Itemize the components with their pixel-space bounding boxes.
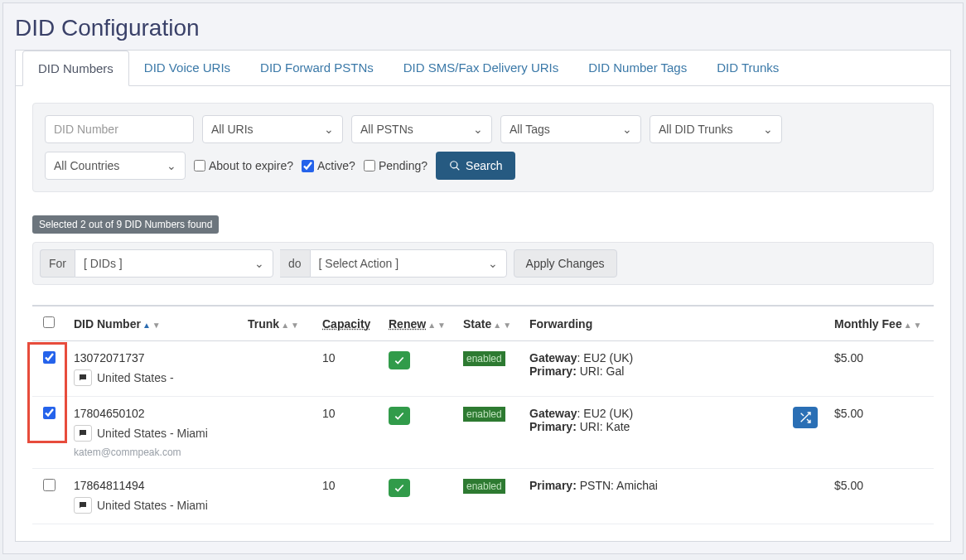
forwarding-primary: Primary: PSTN: Amichai — [529, 479, 658, 492]
active-label: Active? — [317, 159, 355, 172]
expire-label: About to expire? — [209, 159, 293, 172]
sort-desc-icon: ▼ — [914, 321, 922, 330]
select-all-checkbox[interactable] — [43, 316, 55, 328]
search-icon — [449, 160, 461, 171]
selection-summary: Selected 2 out of 9 DID Numbers found — [32, 215, 219, 234]
uris-select[interactable]: All URIs⌄ — [202, 115, 343, 143]
email-hint: katem@commpeak.com — [74, 447, 231, 458]
for-select-value: [ DIDs ] — [84, 257, 123, 270]
state-badge: enabled — [463, 351, 505, 366]
expire-checkbox-wrap[interactable]: About to expire? — [194, 159, 293, 172]
chevron-down-icon: ⌄ — [254, 257, 264, 270]
trunks-select-value: All DID Trunks — [659, 123, 732, 136]
region-wrap: United States - — [74, 369, 231, 386]
sort-asc-icon: ▲ — [427, 321, 436, 330]
search-button[interactable]: Search — [436, 152, 515, 180]
tab-did-sms-fax[interactable]: DID SMS/Fax Delivery URIs — [389, 51, 574, 85]
tab-did-forward-pstns[interactable]: DID Forward PSTNs — [245, 51, 389, 85]
do-select[interactable]: [ Select Action ]⌄ — [310, 249, 507, 278]
renew-check-icon — [389, 351, 410, 369]
col-forwarding: Forwarding — [521, 306, 826, 341]
for-label: For — [40, 249, 75, 278]
for-select[interactable]: [ DIDs ]⌄ — [75, 249, 273, 278]
page-title: DID Configuration — [3, 3, 963, 50]
col-trunk[interactable]: Trunk▲▼ — [239, 306, 314, 341]
col-did-number[interactable]: DID Number▲▼ — [65, 306, 239, 341]
table-row: 13072071737 United States - 10 enabled G… — [32, 341, 934, 397]
row-checkbox[interactable] — [43, 479, 56, 491]
trunks-select[interactable]: All DID Trunks⌄ — [650, 115, 782, 143]
capacity-cell: 10 — [314, 397, 380, 469]
sort-asc-icon: ▲ — [904, 321, 912, 330]
uris-select-value: All URIs — [211, 123, 254, 136]
tags-select-value: All Tags — [510, 123, 550, 136]
trunk-cell — [239, 341, 314, 397]
tags-select[interactable]: All Tags⌄ — [500, 115, 641, 143]
chevron-down-icon: ⌄ — [622, 123, 632, 136]
col-capacity[interactable]: Capacity — [314, 306, 380, 341]
filters-panel: All URIs⌄ All PSTNs⌄ All Tags⌄ All DID T… — [32, 103, 934, 192]
capacity-cell: 10 — [314, 469, 380, 524]
fee-cell: $5.00 — [826, 341, 934, 397]
chevron-down-icon: ⌄ — [167, 159, 176, 172]
renew-check-icon — [389, 407, 410, 425]
region-wrap: United States - Miami — [74, 425, 231, 442]
do-label: do — [280, 249, 310, 278]
tab-did-number-tags[interactable]: DID Number Tags — [573, 51, 702, 85]
row-checkbox[interactable] — [43, 407, 56, 419]
table-row: 17864811494 United States - Miami 10 ena… — [32, 469, 934, 524]
did-number-input[interactable] — [45, 115, 194, 143]
shuffle-button[interactable] — [793, 407, 818, 428]
chevron-down-icon: ⌄ — [324, 123, 334, 136]
sort-asc-icon: ▲ — [493, 321, 501, 330]
col-renew[interactable]: Renew▲▼ — [380, 306, 455, 341]
forwarding-gateway: Gateway: EU2 (UK) — [529, 407, 633, 420]
sort-desc-icon: ▼ — [503, 321, 511, 330]
action-bar: For [ DIDs ]⌄ do [ Select Action ]⌄ Appl… — [32, 242, 934, 285]
sort-asc-icon: ▲ — [142, 321, 151, 330]
active-checkbox[interactable] — [302, 160, 314, 172]
sort-desc-icon: ▼ — [437, 321, 446, 330]
chat-icon[interactable] — [74, 497, 92, 514]
pending-checkbox-wrap[interactable]: Pending? — [364, 159, 427, 172]
apply-changes-button[interactable]: Apply Changes — [514, 249, 617, 278]
forwarding-primary: Primary: URI: Kate — [529, 420, 633, 433]
do-select-value: [ Select Action ] — [319, 257, 399, 270]
did-number-value: 17804650102 — [74, 407, 231, 420]
tab-did-trunks[interactable]: DID Trunks — [702, 51, 794, 85]
chat-icon[interactable] — [74, 369, 92, 386]
tab-bar: DID Numbers DID Voice URIs DID Forward P… — [16, 51, 950, 86]
sort-desc-icon: ▼ — [152, 321, 161, 330]
col-_state: State▲▼ — [455, 306, 521, 341]
countries-select[interactable]: All Countries⌄ — [45, 152, 186, 180]
sort-asc-icon: ▲ — [281, 321, 289, 330]
state-badge: enabled — [463, 479, 505, 494]
trunk-cell — [239, 397, 314, 469]
region-wrap: United States - Miami — [74, 497, 231, 514]
region-label: United States - Miami — [97, 427, 208, 440]
region-label: United States - Miami — [97, 499, 208, 512]
chevron-down-icon: ⌄ — [763, 123, 773, 136]
region-label: United States - — [97, 371, 174, 384]
countries-select-value: All Countries — [54, 159, 119, 172]
col-monthly-fee[interactable]: Monthly Fee▲▼ — [826, 306, 934, 341]
trunk-cell — [239, 469, 314, 524]
active-checkbox-wrap[interactable]: Active? — [302, 159, 355, 172]
pstns-select[interactable]: All PSTNs⌄ — [351, 115, 492, 143]
sort-desc-icon: ▼ — [291, 321, 299, 330]
row-checkbox[interactable] — [43, 351, 56, 364]
table-row: 17804650102 United States - Miami katem@… — [32, 397, 934, 469]
pstns-select-value: All PSTNs — [360, 123, 413, 136]
renew-check-icon — [389, 479, 410, 497]
capacity-cell: 10 — [314, 341, 380, 397]
did-table: DID Number▲▼ Trunk▲▼ Capacity Renew▲▼ St… — [32, 305, 934, 524]
pending-checkbox[interactable] — [364, 160, 375, 171]
search-button-label: Search — [466, 159, 502, 172]
forwarding-gateway: Gateway: EU2 (UK) — [529, 351, 633, 364]
expire-checkbox[interactable] — [194, 160, 205, 171]
tab-did-numbers[interactable]: DID Numbers — [22, 51, 129, 86]
chat-icon[interactable] — [74, 425, 92, 442]
state-badge: enabled — [463, 407, 505, 422]
tab-did-voice-uris[interactable]: DID Voice URIs — [129, 51, 245, 85]
did-number-value: 17864811494 — [74, 479, 231, 492]
